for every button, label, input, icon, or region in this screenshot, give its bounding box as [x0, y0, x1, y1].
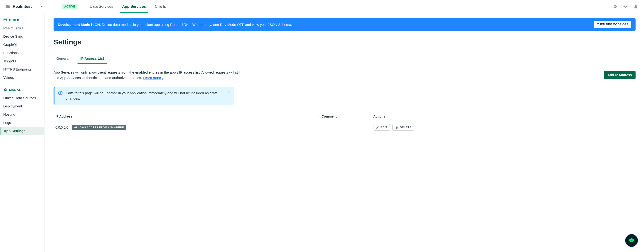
info-callout-text: Edits to this page will be updated in yo… — [66, 90, 224, 101]
folder-icon — [6, 5, 10, 8]
ip-address-value: 0.0.0.0/0 — [56, 126, 68, 129]
sidebar-item-graphql[interactable]: GraphQL — [0, 41, 45, 49]
activity-icon[interactable] — [622, 3, 630, 11]
dev-mode-banner: Development Mode is ON. Define data mode… — [54, 18, 636, 31]
main-content: Development Mode is ON. Define data mode… — [45, 13, 644, 252]
sidebar-item-app-settings[interactable]: App Settings — [0, 127, 45, 135]
project-selector[interactable]: Realmtest — [4, 3, 45, 10]
turn-dev-mode-off-button[interactable]: TURN DEV MODE OFF — [594, 21, 631, 28]
edit-ip-button[interactable]: EDIT — [373, 124, 390, 131]
sidebar-header-manage: MANAGE — [0, 86, 45, 94]
trash-icon — [395, 126, 398, 129]
gear-icon — [3, 88, 7, 92]
chevron-down-icon — [41, 6, 43, 7]
info-icon — [58, 91, 62, 95]
status-badge: ACTIVE — [62, 4, 78, 10]
close-icon — [228, 91, 231, 94]
chat-widget-button[interactable] — [625, 234, 638, 247]
nav-tab-charts[interactable]: Charts — [154, 1, 167, 13]
ip-access-description: App Services will only allow client requ… — [54, 70, 246, 81]
primary-nav-tabs: Data Services App Services Charts — [89, 1, 167, 13]
sidebar-header-build: BUILD — [0, 16, 45, 24]
chat-icon — [629, 238, 634, 243]
settings-subtabs: General IP Access List — [54, 54, 636, 64]
sidebar-item-triggers[interactable]: Triggers — [0, 57, 45, 65]
sidebar-item-realm-sdks[interactable]: Realm SDKs — [0, 24, 45, 32]
table-row: 0.0.0.0/0 ALLOWS ACCESS FROM ANYWHERE ED… — [54, 121, 636, 134]
dev-mode-link[interactable]: Development Mode — [58, 23, 90, 27]
sidebar-header-label: MANAGE — [9, 88, 24, 92]
sidebar-item-functions[interactable]: Functions — [0, 49, 45, 57]
page-title: Settings — [54, 38, 636, 46]
add-ip-address-button[interactable]: Add IP Address — [604, 71, 636, 79]
invite-user-icon[interactable] — [611, 3, 619, 11]
info-callout: Edits to this page will be updated in yo… — [54, 87, 234, 105]
bell-icon[interactable] — [632, 3, 640, 11]
project-name: Realmtest — [13, 4, 32, 9]
sidebar: BUILD Realm SDKs Device Sync GraphQL Fun… — [0, 13, 45, 252]
delete-ip-button[interactable]: DELETE — [392, 124, 414, 131]
sidebar-header-label: BUILD — [9, 18, 19, 22]
subtab-ip-access-list[interactable]: IP Access List — [78, 54, 107, 64]
sidebar-item-https-endpoints[interactable]: HTTPS Endpoints — [0, 65, 45, 73]
sidebar-item-hosting[interactable]: Hosting — [0, 110, 45, 118]
nav-tab-app-services[interactable]: App Services — [121, 1, 147, 13]
sidebar-item-linked-data-sources[interactable]: Linked Data Sources — [0, 94, 45, 102]
allows-anywhere-badge: ALLOWS ACCESS FROM ANYWHERE — [72, 125, 126, 130]
col-header-comment[interactable]: Comment — [322, 114, 373, 118]
sort-icon[interactable] — [316, 114, 322, 118]
project-menu-button[interactable] — [48, 3, 55, 10]
nav-tab-data-services[interactable]: Data Services — [89, 1, 114, 13]
col-header-ip[interactable]: IP Address — [56, 114, 316, 118]
learn-more-link[interactable]: Learn more — [143, 76, 165, 80]
top-navbar: Realmtest ACTIVE Data Services App Servi… — [0, 0, 644, 13]
sidebar-item-logs[interactable]: Logs — [0, 118, 45, 127]
table-header-row: IP Address Comment Actions — [54, 112, 636, 121]
sidebar-item-device-sync[interactable]: Device Sync — [0, 32, 45, 41]
dev-mode-text: is ON. Define data models in your client… — [90, 23, 292, 27]
sidebar-item-values[interactable]: Values — [0, 73, 45, 82]
external-link-icon — [162, 77, 165, 80]
col-header-actions: Actions — [373, 114, 634, 118]
pencil-icon — [376, 126, 379, 129]
svg-rect-0 — [4, 19, 6, 21]
sidebar-item-deployment[interactable]: Deployment — [0, 102, 45, 110]
layout-icon — [3, 18, 7, 22]
close-callout-button[interactable] — [227, 90, 232, 95]
ip-access-table: IP Address Comment Actions 0.0.0.0/0 ALL… — [54, 112, 636, 134]
subtab-general[interactable]: General — [54, 54, 72, 64]
